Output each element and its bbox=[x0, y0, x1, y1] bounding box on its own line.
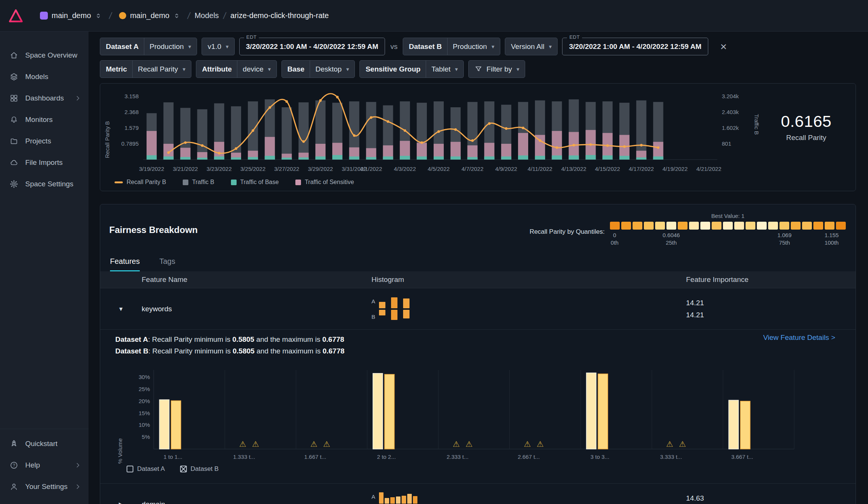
chevron-down-icon: ▾ bbox=[517, 66, 520, 73]
feature-row-domain[interactable]: ▶ domain A B 14.63 14.63 bbox=[100, 484, 856, 504]
feature-row-keywords[interactable]: ▼ keywords A B 14.21 14.21 bbox=[100, 288, 856, 330]
quantiles-strip bbox=[610, 222, 846, 230]
svg-text:1.333 t...: 1.333 t... bbox=[233, 454, 255, 460]
view-feature-details-link[interactable]: View Feature Details > bbox=[763, 333, 835, 342]
sensitive-group-select[interactable]: Sensitive Group Tablet ▾ bbox=[359, 60, 464, 78]
svg-text:1.602k: 1.602k bbox=[722, 125, 739, 131]
feature-importance-values: 14.21 14.21 bbox=[686, 297, 856, 321]
volume-axis-label: % Volume bbox=[115, 367, 124, 464]
bell-icon bbox=[9, 115, 19, 125]
base-select[interactable]: Base Desktop ▾ bbox=[281, 60, 355, 78]
quantiles-axis-labels: 00th 0.604625th 1.06975th 1.155100th bbox=[610, 231, 846, 247]
svg-text:4/5/2022: 4/5/2022 bbox=[428, 166, 449, 172]
breadcrumb-separator: / bbox=[108, 11, 113, 21]
fairness-timeseries-card: Recall Parity B 0.78951.5792.3683.158801… bbox=[100, 83, 856, 191]
breadcrumb-separator: / bbox=[222, 11, 227, 21]
svg-text:3/21/2022: 3/21/2022 bbox=[173, 166, 198, 172]
dataset-a-environment-select[interactable]: Dataset A Production ▾ bbox=[100, 38, 197, 55]
checkbox-hatched-icon bbox=[180, 466, 187, 472]
chevron-down-icon: ▾ bbox=[188, 43, 191, 50]
svg-text:25%: 25% bbox=[139, 386, 150, 392]
metric-select[interactable]: Metric Recall Parity ▾ bbox=[100, 60, 191, 78]
svg-text:801: 801 bbox=[722, 140, 731, 147]
sidebar-item-dashboards[interactable]: Dashboards bbox=[0, 87, 89, 109]
sidebar: Space Overview Models Dashboards Monitor… bbox=[0, 32, 89, 504]
dataset-a-version-select[interactable]: v1.0 ▾ bbox=[202, 38, 234, 55]
svg-text:3/29/2022: 3/29/2022 bbox=[308, 166, 333, 172]
svg-text:4/21/2022: 4/21/2022 bbox=[696, 166, 721, 172]
filter-by-button[interactable]: Filter by ▾ bbox=[468, 60, 525, 78]
svg-text:3.204k: 3.204k bbox=[722, 93, 739, 99]
legend-item-traffic-b[interactable]: Traffic B bbox=[183, 179, 214, 186]
fairness-timeseries-chart[interactable]: 0.78951.5792.3683.1588011.602k2.403k3.20… bbox=[112, 86, 752, 178]
square-swatch bbox=[183, 180, 188, 185]
svg-text:3.333 t...: 3.333 t... bbox=[660, 454, 682, 460]
environment-selector[interactable]: main_demo bbox=[116, 9, 183, 22]
user-icon bbox=[9, 482, 19, 492]
dataset-b-version-select[interactable]: Version All ▾ bbox=[505, 38, 558, 55]
rocket-icon bbox=[9, 439, 19, 449]
dataset-a-detail: Dataset A: Recall Parity minimum is 0.58… bbox=[115, 333, 344, 345]
chevron-down-icon: ▾ bbox=[346, 66, 349, 73]
feature-name: domain bbox=[142, 500, 371, 504]
legend-item-recall-parity-b[interactable]: Recall Parity B bbox=[115, 179, 166, 186]
svg-text:4/17/2022: 4/17/2022 bbox=[629, 166, 654, 172]
svg-text:⚠: ⚠ bbox=[666, 440, 673, 449]
feature-volume-histogram-chart[interactable]: 5%10%15%20%25%30%1 to 1...⚠⚠1.333 t...⚠⚠… bbox=[124, 367, 799, 464]
chevron-down-icon: ▾ bbox=[183, 66, 186, 73]
close-comparison-button[interactable]: × bbox=[717, 41, 731, 52]
timeseries-legend: Recall Parity B Traffic B Traffic of Bas… bbox=[102, 178, 852, 189]
sidebar-item-file-imports[interactable]: File Imports bbox=[0, 152, 89, 173]
svg-text:15%: 15% bbox=[139, 410, 150, 416]
sidebar-item-projects[interactable]: Projects bbox=[0, 130, 89, 152]
fairness-tabs: Features Tags bbox=[100, 247, 856, 271]
svg-text:3 to 3...: 3 to 3... bbox=[590, 454, 609, 460]
collapse-caret-icon[interactable]: ▼ bbox=[100, 306, 142, 312]
expand-caret-icon[interactable]: ▶ bbox=[100, 501, 142, 504]
sidebar-item-quickstart[interactable]: Quickstart bbox=[0, 433, 89, 454]
sidebar-item-space-settings[interactable]: Space Settings bbox=[0, 173, 89, 195]
tab-tags[interactable]: Tags bbox=[159, 257, 175, 271]
quantiles-widget: Recall Parity by Quantiles: Best Value: … bbox=[530, 213, 846, 247]
recall-parity-value: 0.6165 bbox=[781, 112, 832, 131]
sidebar-item-help[interactable]: ? Help bbox=[0, 454, 89, 476]
legend-dataset-a-checkbox[interactable]: Dataset A bbox=[127, 465, 165, 473]
sidebar-item-your-settings[interactable]: Your Settings bbox=[0, 476, 89, 497]
folder-icon bbox=[9, 136, 19, 146]
svg-text:2.368: 2.368 bbox=[124, 109, 139, 115]
gear-icon bbox=[9, 179, 19, 189]
sidebar-item-monitors[interactable]: Monitors bbox=[0, 109, 89, 130]
timezone-label: EDT bbox=[244, 34, 259, 40]
left-axis-label: Recall Parity B bbox=[102, 86, 112, 178]
dataset-a-date-range-input[interactable]: EDT 3/20/2022 1:00 AM - 4/20/2022 12:59 … bbox=[239, 38, 385, 55]
legend-item-traffic-of-sensitive[interactable]: Traffic of Sensitive bbox=[295, 179, 354, 186]
updown-chevrons-icon bbox=[95, 12, 102, 19]
sidebar-bottom-group: Quickstart ? Help Your Settings bbox=[0, 429, 89, 497]
svg-text:30%: 30% bbox=[139, 374, 150, 380]
space-selector[interactable]: main_demo bbox=[37, 9, 105, 22]
models-icon bbox=[9, 72, 19, 82]
svg-text:⚠: ⚠ bbox=[452, 440, 460, 449]
sidebar-item-models[interactable]: Models bbox=[0, 66, 89, 87]
dataset-b-date-range-input[interactable]: EDT 3/20/2022 1:00 AM - 4/20/2022 12:59 … bbox=[562, 38, 708, 55]
feature-name: keywords bbox=[142, 305, 371, 313]
svg-text:3/19/2022: 3/19/2022 bbox=[139, 166, 164, 172]
svg-text:1.667 t...: 1.667 t... bbox=[304, 454, 326, 460]
metric-summary: 0.6165 Recall Parity bbox=[761, 76, 851, 178]
breadcrumb-models[interactable]: Models bbox=[194, 11, 219, 20]
dataset-b-environment-select[interactable]: Dataset B Production ▾ bbox=[403, 38, 500, 55]
chevron-down-icon: ▾ bbox=[455, 66, 458, 73]
timezone-label: EDT bbox=[567, 34, 582, 40]
legend-dataset-b-checkbox[interactable]: Dataset B bbox=[180, 465, 219, 473]
tab-features[interactable]: Features bbox=[110, 257, 140, 271]
legend-item-traffic-of-base[interactable]: Traffic of Base bbox=[231, 179, 279, 186]
chevron-down-icon: ▾ bbox=[226, 43, 229, 50]
svg-text:3.158: 3.158 bbox=[124, 93, 139, 99]
svg-text:4/7/2022: 4/7/2022 bbox=[462, 166, 483, 172]
arize-logo[interactable] bbox=[0, 0, 32, 32]
sidebar-spacer bbox=[0, 195, 89, 429]
attribute-select[interactable]: Attribute device ▾ bbox=[196, 60, 277, 78]
svg-text:20%: 20% bbox=[139, 397, 150, 404]
square-swatch bbox=[295, 180, 301, 185]
sidebar-item-space-overview[interactable]: Space Overview bbox=[0, 44, 89, 66]
